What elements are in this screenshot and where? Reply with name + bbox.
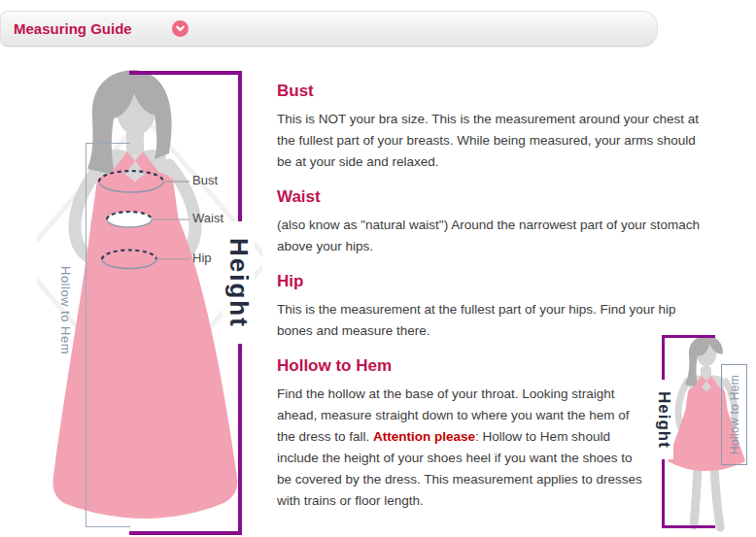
bust-label: Bust <box>192 173 218 187</box>
attention-label: Attention please <box>373 429 475 444</box>
page-title: Measuring Guide <box>14 12 132 46</box>
small-hollow-to-hem-vertical-label: Hollow to Hem <box>728 375 741 454</box>
waist-heading: Waist <box>277 187 711 207</box>
measuring-guide-header[interactable]: Measuring Guide <box>0 11 658 47</box>
hip-label: Hip <box>192 251 212 265</box>
bust-heading: Bust <box>277 82 711 101</box>
measurement-diagram: Hollow to Hem Height Bust Waist Hip <box>37 56 262 536</box>
measuring-guide-page: Measuring Guide <box>0 0 756 537</box>
hip-heading: Hip <box>277 272 711 291</box>
waist-description: (also know as "natural waist") Around th… <box>277 215 711 257</box>
waist-label: Waist <box>192 211 223 225</box>
small-height-vertical-label: Height <box>653 380 673 459</box>
section-waist: Waist (also know as "natural waist") Aro… <box>277 187 711 257</box>
bust-description: This is NOT your bra size. This is the m… <box>277 109 711 173</box>
small-hollow-to-hem-box: Hollow to Hem <box>721 364 747 465</box>
hollow-to-hem-description: Find the hollow at the base of your thro… <box>277 384 649 512</box>
chevron-down-icon[interactable] <box>172 20 189 37</box>
section-bust: Bust This is NOT your bra size. This is … <box>277 82 711 173</box>
hollow-to-hem-bracket <box>86 143 130 527</box>
height-vertical-label: Height <box>223 221 255 344</box>
hollow-to-hem-vertical-label: Hollow to Hem <box>56 243 74 379</box>
chevron-glyph <box>175 23 186 34</box>
height-diagram-small: Height Hollow to Hem <box>632 325 756 537</box>
